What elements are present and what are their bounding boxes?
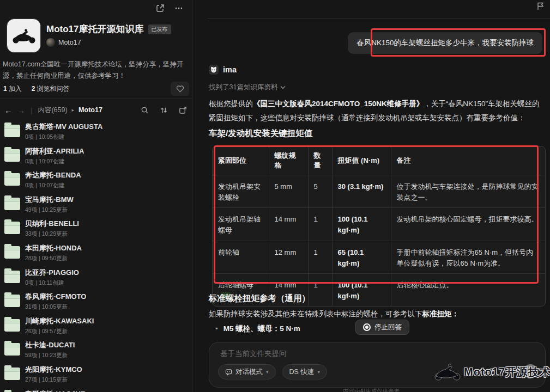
- col-header-note: 备注: [391, 146, 545, 175]
- folder-icon: [4, 173, 20, 185]
- chevron-down-icon: ▾: [317, 369, 320, 375]
- knowledge-base-logo: [7, 19, 41, 53]
- col-header-part: 紧固部位: [213, 146, 269, 175]
- table-row: 前轮轴 12 mm 1 65 (10.1 kgf·m) 手册中前轮轴扭矩标注为6…: [213, 241, 545, 273]
- kb-title: Moto17摩托开源知识库: [46, 23, 144, 35]
- search-icon[interactable]: [139, 105, 150, 115]
- folder-icon: [4, 295, 20, 307]
- folder-icon: [4, 198, 20, 210]
- folder-item-benelli[interactable]: 贝纳利-BENELLI33项 | 10:29更新: [0, 218, 192, 242]
- folder-item-ducati[interactable]: 杜卡迪-DUCATI59项 | 10:23更新: [0, 339, 192, 364]
- table-header-row: 紧固部位 螺纹规格 数量 扭矩值 (N·m) 备注: [213, 146, 545, 175]
- user-message-bubble: 春风NK150的车架螺丝扭矩多少牛米，我要安装防摔球: [348, 32, 542, 54]
- folder-item-kawasaki[interactable]: 川崎摩托-KAWASAKI26项 | 09:57更新: [0, 315, 192, 340]
- share-icon[interactable]: [155, 3, 166, 14]
- chevron-down-icon: [280, 85, 286, 89]
- assistant-name: ima: [223, 65, 237, 74]
- stat-joined: 1加入: [3, 84, 22, 94]
- answer-intro: 根据您提供的《国三中文版春风2014CFMOTO_150NK维修手册》，关于“春…: [209, 97, 547, 126]
- ai-disclaimer: 内容由AI生成仅供参考: [192, 388, 550, 392]
- folder-icon: [4, 222, 20, 234]
- folder-icon: [4, 125, 20, 137]
- more-icon[interactable]: [173, 3, 184, 14]
- forward-icon[interactable]: →: [17, 106, 25, 114]
- col-header-torque: 扭矩值 (N·m): [332, 146, 391, 175]
- folder-item-cfmoto[interactable]: 春风摩托-CFMOTO31项 | 10:05更新: [0, 291, 192, 315]
- app-window: Moto17摩托开源知识库 已发布 Moto17 Moto17.com全国唯一开…: [0, 0, 550, 392]
- chat-panel: 春风NK150的车架螺丝扭矩多少牛米，我要安装防摔球 ima 找到了31篇知识库…: [192, 0, 550, 392]
- section-title-torque: 车架/发动机安装关键扭矩值: [209, 128, 312, 139]
- clear-icon[interactable]: [504, 366, 515, 377]
- kb-stats: 1加入 2浏览和问答: [3, 82, 189, 96]
- kb-description: Moto17.com全国唯一开源摩托技术论坛，坚持分享，坚持开源，禁止任何商业用…: [3, 59, 189, 81]
- model-dropdown[interactable]: DS 快速 ▾: [282, 364, 327, 379]
- folder-icon: [4, 149, 20, 161]
- breadcrumb-content-count[interactable]: 内容(659): [38, 106, 67, 115]
- folder-list: 奥古斯塔-MV AUGUSTA0项 | 10:05创建 阿普利亚-APRILIA…: [0, 121, 192, 392]
- folder-item-haojue[interactable]: 豪爵摩托-HAOJUE: [0, 388, 192, 392]
- torque-table: 紧固部位 螺纹规格 数量 扭矩值 (N·m) 备注 发动机吊架安装螺栓 5 mm…: [212, 146, 546, 307]
- sources-toggle[interactable]: 找到了31篇知识库资料: [209, 83, 286, 92]
- folder-item-mv-augusta[interactable]: 奥古斯塔-MV AUGUSTA0项 | 10:05创建: [0, 121, 192, 145]
- breadcrumb-current[interactable]: Moto17: [78, 106, 102, 114]
- folder-item-aprilia[interactable]: 阿普利亚-APRILIA0项 | 10:07创建: [0, 145, 192, 170]
- chevron-down-icon: ▾: [266, 369, 269, 375]
- owner-name: Moto17: [58, 39, 81, 46]
- header-divider: [208, 18, 550, 19]
- owner-avatar: [46, 38, 55, 47]
- folder-icon: [4, 343, 20, 355]
- folder-item-bmw[interactable]: 宝马摩托-BMW49项 | 10:25更新: [0, 194, 192, 218]
- favorite-button[interactable]: [171, 82, 189, 96]
- bullet-dot: •: [215, 324, 218, 333]
- sidebar-divider: [0, 99, 192, 99]
- bookmark-icon[interactable]: [536, 2, 545, 10]
- chat-mode-dropdown[interactable]: 对话模式 ▾: [218, 364, 276, 379]
- nav-separator: |: [31, 106, 32, 114]
- import-folder-icon[interactable]: [177, 105, 188, 115]
- folder-icon: [4, 367, 20, 379]
- stat-browse: 2浏览和问答: [32, 84, 70, 94]
- bullet-m5: •M5 螺栓、螺母：5 N·m: [215, 324, 300, 334]
- stop-icon: [363, 323, 371, 331]
- published-badge: 已发布: [148, 24, 171, 34]
- folder-icon: [4, 271, 20, 283]
- folder-item-honda[interactable]: 本田摩托-HONDA28项 | 09:50更新: [0, 242, 192, 267]
- sidebar: Moto17摩托开源知识库 已发布 Moto17 Moto17.com全国唯一开…: [0, 0, 192, 392]
- chat-bubble-icon: [225, 369, 232, 376]
- paperclip-icon[interactable]: [484, 366, 495, 377]
- folder-item-piaggio[interactable]: 比亚乔-PIAGGIO0项 | 10:11创建: [0, 267, 192, 291]
- ima-panda-icon: [209, 65, 219, 75]
- section-title-standard: 标准螺栓扭矩参考（通用）: [209, 293, 310, 304]
- stop-answer-button[interactable]: 停止回答: [355, 320, 409, 335]
- folder-item-benda[interactable]: 奔达摩托-BENDA0项 | 10:07创建: [0, 169, 192, 194]
- send-button[interactable]: [523, 364, 537, 378]
- standard-torque-text: 如果防摔球安装涉及其他未在特殊列表中标注的螺栓，可参考以下标准扭矩：: [209, 309, 547, 319]
- folder-icon: [4, 319, 20, 331]
- col-header-qty: 数量: [308, 146, 332, 175]
- composer-input[interactable]: 基于当前文件夹提问: [220, 349, 287, 359]
- folder-item-kymco[interactable]: 光阳摩托-KYMCO27项 | 10:15更新: [0, 364, 192, 388]
- assistant-header: ima: [209, 65, 237, 75]
- table-row: 发动机吊架轴螺母 14 mm 1 100 (10.1 kgf·m) 发动机吊架的…: [213, 208, 545, 241]
- folder-icon: [4, 246, 20, 258]
- table-row: 发动机吊架安装螺栓 5 mm 5 30 (3.1 kgf·m) 位于发动机与车架…: [213, 175, 545, 208]
- col-header-spec: 螺纹规格: [269, 146, 308, 175]
- content-nav: ← → | 内容(659) ▸ Moto17: [4, 103, 188, 117]
- composer: 基于当前文件夹提问 对话模式 ▾ DS 快速 ▾: [209, 342, 546, 388]
- sort-icon[interactable]: [158, 105, 169, 115]
- breadcrumb-caret-icon: ▸: [72, 107, 75, 113]
- back-icon[interactable]: ←: [4, 106, 13, 114]
